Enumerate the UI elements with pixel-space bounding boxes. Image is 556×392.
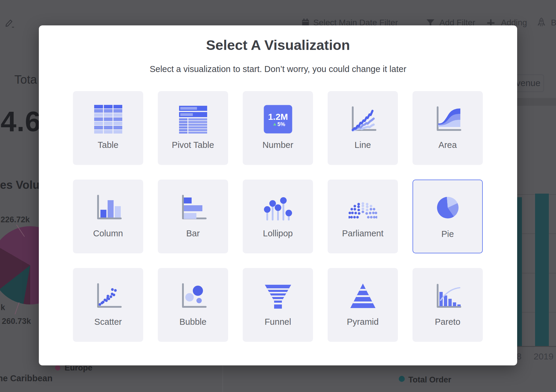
area-chart-icon (433, 105, 462, 134)
modal-subtitle: Select a visualization to start. Don’t w… (39, 64, 517, 74)
viz-tile-pie[interactable]: Pie (413, 180, 483, 253)
parliament-chart-icon (349, 193, 377, 222)
viz-tile-label: Funnel (243, 317, 313, 327)
visualization-grid: Table (73, 91, 483, 342)
viz-tile-label: Pyramid (328, 317, 398, 327)
select-visualization-modal: Select A Visualization Select a visualiz… (39, 25, 517, 365)
viz-tile-parliament[interactable]: Parliament (328, 180, 398, 253)
lollipop-chart-icon (264, 193, 292, 222)
viz-tile-label: Area (413, 140, 483, 150)
viz-tile-pivot-table[interactable]: Pivot Table (158, 91, 228, 165)
viz-tile-bubble[interactable]: Bubble (158, 268, 228, 342)
viz-tile-bar[interactable]: Bar (158, 180, 228, 253)
viz-tile-label: Pivot Table (158, 140, 228, 150)
viz-tile-pyramid[interactable]: Pyramid (328, 268, 398, 342)
column-chart-icon (94, 193, 123, 222)
viz-tile-label: Parliament (328, 229, 398, 238)
pareto-chart-icon (433, 282, 462, 310)
viz-tile-label: Table (73, 140, 143, 150)
viz-tile-column[interactable]: Column (73, 180, 143, 253)
viz-tile-lollipop[interactable]: Lollipop (243, 180, 313, 253)
number-kpi-icon: 1.2M 5% (264, 105, 292, 134)
pie-chart-icon (433, 194, 462, 223)
viz-tile-table[interactable]: Table (73, 91, 143, 165)
svg-text:5%: 5% (277, 121, 285, 127)
viz-tile-label: Pareto (413, 317, 483, 327)
viz-tile-label: Line (328, 140, 398, 150)
bubble-chart-icon (179, 282, 207, 310)
viz-tile-funnel[interactable]: Funnel (243, 268, 313, 342)
viz-tile-label: Pie (413, 229, 482, 239)
viz-tile-label: Number (243, 140, 313, 150)
viz-tile-label: Lollipop (243, 229, 313, 238)
funnel-chart-icon (264, 282, 292, 310)
viz-tile-label: Scatter (73, 317, 143, 327)
viz-tile-pareto[interactable]: Pareto (413, 268, 483, 342)
viz-tile-number[interactable]: 1.2M 5% Number (243, 91, 313, 165)
viz-tile-label: Bar (158, 229, 228, 238)
scatter-chart-icon (94, 282, 123, 310)
viz-tile-line[interactable]: Line (328, 91, 398, 165)
line-chart-icon (349, 105, 377, 134)
viz-tile-area[interactable]: Area (413, 91, 483, 165)
viz-tile-label: Bubble (158, 317, 228, 327)
bar-chart-icon (179, 193, 207, 222)
pyramid-chart-icon (349, 282, 377, 310)
modal-title: Select A Visualization (39, 37, 517, 53)
table-icon (94, 105, 123, 134)
svg-text:1.2M: 1.2M (268, 112, 288, 122)
viz-tile-scatter[interactable]: Scatter (73, 268, 143, 342)
pivot-table-icon (179, 105, 207, 134)
viz-tile-label: Column (73, 229, 143, 238)
dashboard-screen: Select Main Date Filter Add Filter Addin… (0, 0, 556, 392)
